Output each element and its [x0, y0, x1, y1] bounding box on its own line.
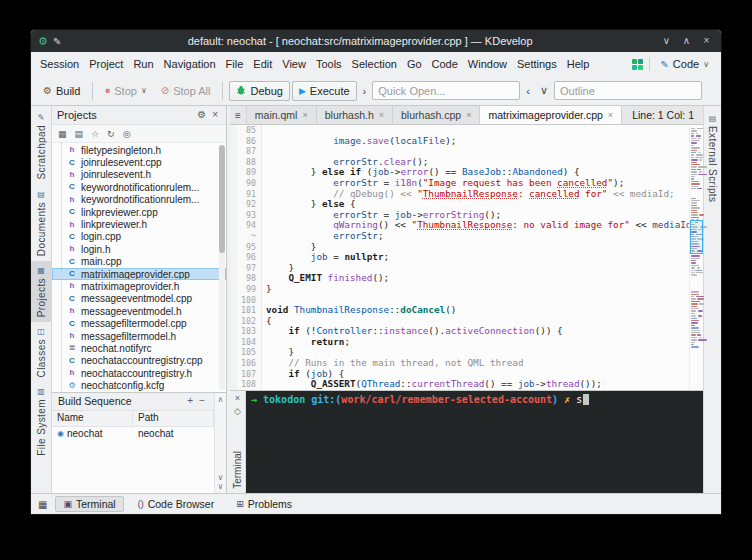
code-line[interactable]: 89 } else if (job->error() == BaseJob::A…: [237, 167, 689, 178]
tree-item[interactable]: Cjoinrulesevent.cpp: [52, 156, 226, 168]
code-line[interactable]: 98 Q_EMIT finished();: [237, 273, 689, 284]
terminal-tab-label[interactable]: Terminal: [232, 451, 243, 489]
tab-close-icon[interactable]: ×: [466, 110, 471, 120]
tab-close-icon[interactable]: ×: [608, 110, 613, 120]
build-button[interactable]: ⚙ Build: [37, 82, 86, 100]
menu-go[interactable]: Go: [402, 55, 427, 73]
tree-item[interactable]: Cmessagefiltermodel.cpp: [52, 317, 226, 329]
code-line[interactable]: 87: [237, 146, 689, 157]
statusbar-problems[interactable]: ⊞Problems: [228, 496, 300, 512]
activities-grid-icon[interactable]: [632, 59, 643, 70]
tree-item[interactable]: Ckeywordnotificationrulem...: [52, 181, 226, 193]
dock-tab-documents[interactable]: ▤Documents: [31, 185, 51, 261]
menu-code[interactable]: Code: [427, 55, 463, 73]
terminal-close-icon[interactable]: ×: [235, 392, 240, 404]
menu-edit[interactable]: Edit: [248, 55, 277, 73]
statusbar-code-browser[interactable]: ()Code Browser: [130, 496, 223, 512]
debug-button[interactable]: Debug: [229, 81, 289, 101]
code-line[interactable]: 103 if (!Controller::instance().activeCo…: [237, 326, 689, 337]
scroll-up-icon[interactable]: ∧: [218, 395, 224, 404]
code-line[interactable]: 105 }: [237, 347, 689, 358]
maximize-button[interactable]: ∧: [679, 34, 694, 48]
tree-item[interactable]: Cmatriximageprovider.cpp: [52, 268, 226, 280]
tree-item[interactable]: Clogin.cpp: [52, 231, 226, 243]
add-build-item-icon[interactable]: +: [184, 395, 196, 407]
tree-item[interactable]: hmessageeventmodel.h: [52, 305, 226, 317]
minimap-viewport[interactable]: [690, 220, 703, 254]
menu-session[interactable]: Session: [35, 55, 84, 73]
dock-tab-file-system[interactable]: ▥File System: [31, 382, 51, 461]
code-area[interactable]: 8586 image.save(localFile);8788 errorStr…: [237, 125, 689, 390]
build-sequence-row[interactable]: ◉neochatneochat: [52, 427, 214, 441]
refresh-icon[interactable]: ↻: [104, 128, 118, 140]
quick-open-input[interactable]: [372, 81, 520, 100]
tree-item[interactable]: ≣neochat.notifyrc: [52, 342, 226, 354]
menu-settings[interactable]: Settings: [512, 55, 562, 73]
code-line[interactable]: 104 return;: [237, 337, 689, 348]
tab-blurhash-cpp[interactable]: blurhash.cpp×: [393, 106, 480, 124]
menu-window[interactable]: Window: [463, 55, 512, 73]
tree-item[interactable]: Cmain.cpp: [52, 256, 226, 268]
minimize-button[interactable]: ∨: [659, 34, 674, 48]
dock-tab-external-scripts[interactable]: ▤ External Scripts: [707, 110, 718, 206]
menu-tools[interactable]: Tools: [311, 55, 347, 73]
dock-tab-scratchpad[interactable]: ✎Scratchpad: [31, 108, 51, 185]
statusbar-terminal[interactable]: ▣Terminal: [55, 496, 123, 512]
tree-item[interactable]: hlinkpreviewer.h: [52, 218, 226, 230]
code-line[interactable]: 106 // Runs in the main thread, not QML …: [237, 358, 689, 369]
toolbar-overflow-icon[interactable]: ›: [359, 83, 371, 99]
code-line[interactable]: 108 Q_ASSERT(QThread::currentThread() ==…: [237, 379, 689, 390]
code-line[interactable]: 93 errorStr = job->errorString();: [237, 210, 689, 221]
tree-item[interactable]: ⚙neochatconfig.kcfg: [52, 379, 226, 391]
tree-item[interactable]: hkeywordnotificationrulem...: [52, 194, 226, 206]
tab-main-qml[interactable]: main.qml×: [247, 106, 317, 124]
code-line[interactable]: 97 }: [237, 263, 689, 274]
tree-item[interactable]: hjoinrulesevent.h: [52, 169, 226, 181]
code-line[interactable]: ↪ errorStr;: [237, 231, 689, 242]
document-list-icon[interactable]: ≡: [230, 106, 247, 124]
scroll-down-icon[interactable]: ∨: [218, 473, 224, 482]
dock-tab-classes[interactable]: ◫Classes: [31, 322, 51, 382]
code-line[interactable]: 92 } else {: [237, 199, 689, 210]
panel-close-icon[interactable]: ×: [209, 109, 221, 121]
tab-blurhash-h[interactable]: blurhash.h×: [317, 106, 393, 124]
outline-dropdown-icon[interactable]: ∨: [536, 82, 552, 99]
remove-build-item-icon[interactable]: −: [196, 395, 208, 407]
code-line[interactable]: 94 qWarning() << "ThumbnailResponse: no …: [237, 220, 689, 231]
terminal-diamond-icon[interactable]: ◇: [234, 405, 241, 417]
tree-item[interactable]: hmatriximageprovider.h: [52, 280, 226, 292]
menu-run[interactable]: Run: [128, 55, 158, 73]
stop-button[interactable]: ■ Stop ∨: [99, 82, 152, 100]
code-line[interactable]: 88 errorStr.clear();: [237, 157, 689, 168]
dock-tab-projects[interactable]: ▦Projects: [31, 261, 51, 322]
tab-matriximageprovider-cpp[interactable]: matriximageprovider.cpp×: [480, 106, 622, 124]
tree-item[interactable]: Cmessageeventmodel.cpp: [52, 293, 226, 305]
menu-selection[interactable]: Selection: [347, 55, 402, 73]
icon-border[interactable]: [230, 125, 237, 390]
build-sequence-scrollbar[interactable]: ∧ ∨ ∨: [214, 393, 226, 493]
code-line[interactable]: 100: [237, 295, 689, 306]
code-line[interactable]: 101void ThumbnailResponse::doCancel(): [237, 305, 689, 316]
code-line[interactable]: 86 image.save(localFile);: [237, 136, 689, 147]
code-line[interactable]: 90 errorStr = i18n("Image request has be…: [237, 178, 689, 189]
tree-item[interactable]: Cneochataccountregistry.cpp: [52, 355, 226, 367]
editor[interactable]: 8586 image.save(localFile);8788 errorStr…: [230, 125, 703, 390]
tree-scrollbar[interactable]: [219, 145, 225, 390]
tree-item[interactable]: hmessagefiltermodel.h: [52, 330, 226, 342]
scroll-down-icon[interactable]: ∨: [218, 482, 224, 491]
menu-file[interactable]: File: [221, 55, 249, 73]
panel-settings-icon[interactable]: ⚙: [194, 109, 209, 121]
stop-all-button[interactable]: ⊘ Stop All: [155, 82, 217, 100]
tab-close-icon[interactable]: ×: [379, 110, 384, 120]
project-list-icon[interactable]: ▤: [72, 128, 87, 140]
code-line[interactable]: 102{: [237, 316, 689, 327]
menu-view[interactable]: View: [277, 55, 311, 73]
code-line[interactable]: 95 }: [237, 242, 689, 253]
tree-item[interactable]: Clinkpreviewer.cpp: [52, 206, 226, 218]
menu-navigation[interactable]: Navigation: [159, 55, 221, 73]
search-icon[interactable]: ◎: [120, 128, 134, 140]
minimap[interactable]: [689, 125, 703, 390]
tab-close-icon[interactable]: ×: [302, 110, 307, 120]
tree-item[interactable]: hneochataccountregistry.h: [52, 367, 226, 379]
code-line[interactable]: 99}: [237, 284, 689, 295]
